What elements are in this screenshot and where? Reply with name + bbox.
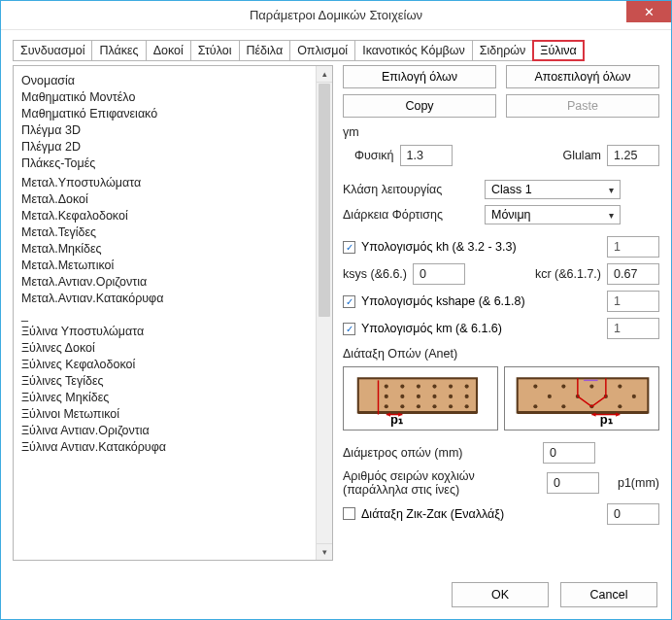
glulam-input[interactable]: [607, 145, 659, 166]
zigzag-checkbox[interactable]: Διάταξη Ζικ-Ζακ (Εναλλάξ): [343, 507, 504, 521]
list-item[interactable]: Μεταλ.Δοκοί: [21, 190, 314, 207]
gamma-m-label: γm: [343, 125, 659, 139]
hole-layout-diagram-2[interactable]: p₁: [504, 366, 659, 431]
scrollbar[interactable]: ▴ ▾: [316, 66, 332, 560]
kh-checkbox-label: Υπολογισμός kh (& 3.2 - 3.3): [361, 240, 517, 254]
svg-point-17: [432, 404, 436, 408]
km-checkbox-label: Υπολογισμός km (& 6.1.6): [361, 322, 502, 335]
svg-point-12: [449, 395, 453, 398]
svg-point-28: [561, 385, 565, 389]
svg-point-30: [618, 385, 622, 389]
km-value-input[interactable]: [607, 318, 659, 339]
list-item[interactable]: Μεταλ.Κεφαλοδοκοί: [21, 207, 314, 224]
close-icon: ✕: [644, 5, 655, 19]
ksys-input[interactable]: [413, 263, 465, 285]
kshape-checkbox[interactable]: ✓ Υπολογισμός kshape (& 6.1.8): [343, 294, 525, 308]
svg-point-15: [400, 404, 404, 408]
list-item[interactable]: _: [21, 306, 314, 323]
list-item[interactable]: Ξύλινα Υποστυλώματα: [21, 323, 314, 339]
copy-button[interactable]: Copy: [343, 94, 496, 118]
elements-list: Ονομασία Μαθηματικό Μοντέλο Μαθηματικό Ε…: [14, 66, 316, 560]
tab-slabs[interactable]: Πλάκες: [91, 40, 146, 61]
list-item[interactable]: Ξύλινοι Μετωπικοί: [21, 405, 314, 422]
svg-point-4: [417, 385, 420, 389]
kh-checkbox[interactable]: ✓ Υπολογισμός kh (& 3.2 - 3.3): [343, 240, 517, 254]
bolt-rows-input[interactable]: [547, 472, 599, 494]
list-item[interactable]: Μεταλ.Μετωπικοί: [21, 257, 314, 273]
list-item[interactable]: Πλέγμα 3D: [21, 121, 314, 138]
cancel-button[interactable]: Cancel: [560, 582, 657, 607]
tab-steel[interactable]: Σιδηρών: [472, 40, 534, 61]
window-title: Παράμετροι Δομικών Στοιχείων: [250, 8, 422, 22]
hole-diameter-input[interactable]: [543, 442, 595, 464]
list-item[interactable]: Πλάκες-Τομές: [21, 155, 314, 171]
list-item[interactable]: Ονομασία: [21, 72, 314, 88]
anet-group: Διάταξη Οπών (Anet): [343, 345, 659, 527]
svg-point-27: [533, 385, 537, 389]
tab-combinations[interactable]: Συνδυασμοί: [13, 40, 92, 61]
list-item[interactable]: Ξύλινες Δοκοί: [21, 339, 314, 356]
list-item[interactable]: Μεταλ.Υποστυλώματα: [21, 174, 314, 190]
hole-diameter-label: Διάμετρος οπών (mm): [343, 446, 537, 460]
km-checkbox[interactable]: ✓ Υπολογισμός km (& 6.1.6): [343, 322, 502, 335]
list-item[interactable]: Ξύλινα Αντιαν.Κατακόρυφα: [21, 438, 314, 455]
duration-select-value: Μόνιμη: [491, 208, 531, 222]
svg-point-14: [385, 404, 388, 408]
svg-point-3: [400, 385, 404, 389]
kshape-checkbox-label: Υπολογισμός kshape (& 6.1.8): [361, 294, 525, 308]
scroll-down-button[interactable]: ▾: [317, 543, 332, 560]
close-button[interactable]: ✕: [626, 1, 671, 22]
tab-capacity-nodes[interactable]: Ικανοτικός Κόμβων: [354, 40, 473, 61]
tab-bar: Συνδυασμοί Πλάκες Δοκοί Στύλοι Πέδιλα Οπ…: [13, 40, 659, 61]
svg-point-7: [465, 385, 469, 389]
scroll-up-button[interactable]: ▴: [317, 66, 332, 83]
elements-listbox[interactable]: Ονομασία Μαθηματικό Μοντέλο Μαθηματικό Ε…: [13, 65, 333, 561]
svg-point-35: [533, 404, 537, 408]
tab-columns[interactable]: Στύλοι: [190, 40, 240, 61]
list-item[interactable]: Μεταλ.Τεγίδες: [21, 224, 314, 240]
p1-label: p1(mm): [605, 476, 659, 490]
svg-point-10: [417, 395, 420, 398]
parameters-panel: Επιλογή όλων Αποεπιλογή όλων Copy Paste …: [343, 65, 659, 561]
list-item[interactable]: Ξύλινα Αντιαν.Οριζοντια: [21, 422, 314, 438]
dialog-window: Παράμετροι Δομικών Στοιχείων ✕ Συνδυασμο…: [0, 0, 672, 620]
list-item[interactable]: Μεταλ.Μηκίδες: [21, 240, 314, 257]
list-item[interactable]: Ξύλινες Μηκίδες: [21, 389, 314, 405]
list-item[interactable]: Μαθηματικό Επιφανειακό: [21, 105, 314, 121]
tab-timber[interactable]: Ξύλινα: [532, 40, 584, 61]
duration-select[interactable]: Μόνιμη ▾: [485, 205, 621, 224]
ksys-label: ksys (&6.6.): [343, 267, 407, 281]
tab-footings[interactable]: Πέδιλα: [239, 40, 291, 61]
checkbox-icon: ✓: [343, 241, 355, 254]
list-item[interactable]: Ξύλινες Κεφαλοδοκοί: [21, 356, 314, 372]
kshape-value-input[interactable]: [607, 291, 659, 312]
kh-value-input[interactable]: [607, 236, 659, 258]
checkbox-icon: ✓: [343, 295, 355, 308]
list-item[interactable]: Μεταλ.Αντιαν.Κατακόρυφα: [21, 290, 314, 306]
list-item[interactable]: Πλέγμα 2D: [21, 138, 314, 155]
kcr-input[interactable]: [607, 263, 659, 285]
physiki-input[interactable]: [400, 145, 453, 166]
tab-beams[interactable]: Δοκοί: [146, 40, 191, 61]
list-item[interactable]: Ξύλινες Τεγίδες: [21, 372, 314, 389]
paste-button: Paste: [506, 94, 659, 118]
select-all-button[interactable]: Επιλογή όλων: [343, 65, 496, 88]
deselect-all-button[interactable]: Αποεπιλογή όλων: [506, 65, 659, 88]
kcr-label: kcr (&6.1.7.): [535, 267, 601, 281]
tab-reinforcement[interactable]: Οπλισμοί: [289, 40, 355, 61]
svg-point-11: [432, 395, 436, 398]
svg-point-34: [632, 395, 636, 398]
svg-point-19: [465, 404, 469, 408]
list-item[interactable]: Μεταλ.Αντιαν.Οριζοντια: [21, 273, 314, 290]
scroll-thumb[interactable]: [319, 84, 330, 317]
p1-input[interactable]: [607, 503, 659, 525]
checkbox-icon: ✓: [343, 323, 355, 335]
svg-point-16: [417, 404, 420, 408]
hole-layout-diagram-1[interactable]: p₁: [343, 366, 498, 431]
svg-text:p₁: p₁: [600, 412, 613, 427]
list-item[interactable]: Μαθηματικό Μοντέλο: [21, 88, 314, 105]
ok-button[interactable]: OK: [452, 582, 549, 607]
physiki-label: Φυσική: [354, 149, 394, 162]
class-select[interactable]: Class 1 ▾: [485, 180, 621, 199]
svg-point-18: [449, 404, 453, 408]
